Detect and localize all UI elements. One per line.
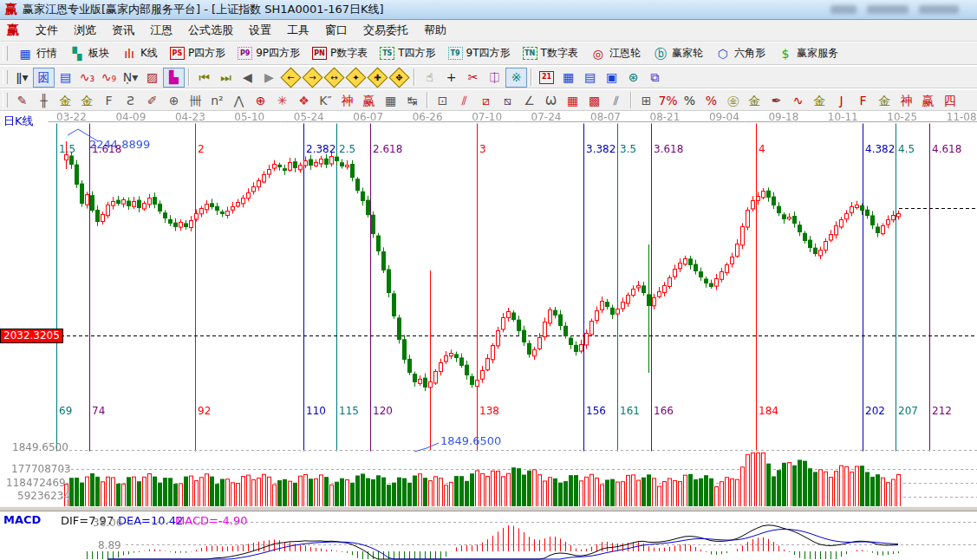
date-axis-label: 06-26: [413, 111, 443, 123]
date-axis-label: 05-10: [234, 111, 264, 123]
gann-count-label: 212: [932, 405, 952, 417]
date-axis-label: 04-09: [115, 111, 146, 123]
gann-ratio-label: 1.5: [59, 143, 75, 155]
kline-chart-canvas[interactable]: [0, 0, 977, 560]
macd-axis-label: 8.89: [98, 539, 121, 551]
gann-count-label: 69: [59, 405, 72, 417]
date-axis-label: 08-21: [650, 111, 681, 123]
date-axis-label: 04-23: [175, 111, 205, 123]
panel-type-label: 日K线: [3, 114, 34, 129]
gann-count-label: 115: [339, 405, 359, 417]
gann-count-label: 202: [865, 405, 885, 417]
gann-ratio-label: 4.382: [865, 143, 895, 155]
gann-ratio-label: 4: [759, 143, 765, 155]
volume-axis-label: 59236234: [17, 490, 70, 502]
gann-ratio-label: 3.382: [586, 143, 616, 155]
macd-hist-value: MACD=-4.90: [175, 514, 248, 527]
volume-axis-label: 118472469: [6, 477, 66, 489]
macd-panel-label: MACD: [3, 513, 41, 526]
gann-count-label: 166: [654, 405, 674, 417]
current-price-badge: 2032.3205: [0, 329, 63, 343]
date-axis-label: 03-22: [56, 111, 87, 123]
gann-count-label: 92: [198, 405, 211, 417]
low-price-annotation: 1849.6500: [440, 434, 501, 447]
gann-ratio-label: 3.618: [654, 143, 683, 155]
date-axis-label: 07-24: [531, 111, 562, 123]
date-axis-label: 07-10: [472, 111, 502, 123]
date-axis-label: 09-04: [709, 111, 739, 123]
gann-ratio-label: 4.5: [898, 143, 915, 155]
panel-splitter[interactable]: [0, 506, 977, 511]
macd-axis-label: 38.06: [93, 517, 122, 529]
gann-ratio-label: 3: [479, 143, 486, 155]
gann-count-label: 74: [92, 405, 105, 417]
gann-count-label: 110: [306, 405, 326, 417]
application-window: 赢 赢家江恩专业版[赢家内部服务平台] - [上证指数 SH1A0001-167…: [0, 0, 977, 560]
gann-count-label: 161: [620, 405, 640, 417]
gann-ratio-label: 1.618: [92, 143, 121, 155]
gann-count-label: 156: [586, 405, 606, 417]
gann-count-label: 120: [373, 405, 393, 417]
date-axis-label: 11-08: [947, 111, 977, 123]
date-axis-label: 06-07: [353, 111, 383, 123]
price-axis-low-label: 1849.6500: [12, 441, 68, 453]
date-axis-label: 05-24: [294, 111, 324, 123]
macd-dea-value: DEA=10.42: [118, 514, 183, 527]
gann-ratio-label: 2.618: [373, 143, 402, 155]
gann-ratio-label: 3.5: [620, 143, 636, 155]
gann-ratio-label: 2.382: [306, 143, 335, 155]
gann-ratio-label: 2: [198, 143, 205, 155]
date-axis-label: 08-07: [590, 111, 621, 123]
date-axis-label: 10-25: [887, 111, 917, 123]
gann-ratio-label: 2.5: [339, 143, 355, 155]
date-axis-label: 10-11: [828, 111, 858, 123]
gann-ratio-label: 4.618: [932, 143, 961, 155]
gann-count-label: 207: [898, 405, 918, 417]
gann-count-label: 184: [759, 405, 778, 417]
date-axis-label: 09-18: [768, 111, 798, 123]
gann-count-label: 138: [479, 405, 499, 417]
volume-axis-label: 177708703: [11, 463, 71, 475]
